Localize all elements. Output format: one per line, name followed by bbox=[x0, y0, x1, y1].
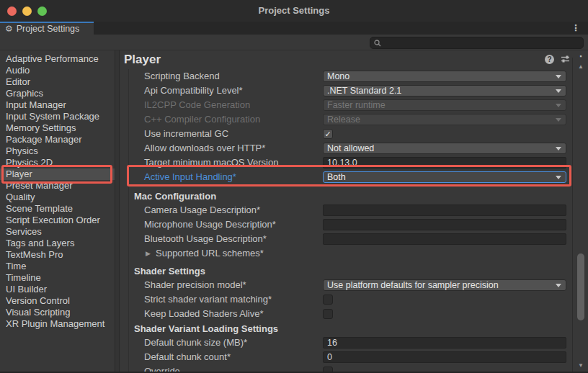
setting-label: Api Compatibility Level* bbox=[144, 84, 243, 98]
setting-row-min-macos-version: Target minimum macOS Version 10.13.0 bbox=[120, 156, 572, 170]
setting-label: Shader precision model* bbox=[144, 278, 246, 292]
chevron-down-icon bbox=[556, 89, 561, 93]
sidebar-item-services[interactable]: Services bbox=[0, 226, 115, 238]
setting-label: C++ Compiler Configuration bbox=[144, 112, 260, 127]
sidebar: Adaptive Performance Audio Editor Graphi… bbox=[0, 50, 115, 373]
setting-label: Default chunk size (MB)* bbox=[144, 336, 247, 350]
setting-row-active-input-handling: Active Input Handling* Both bbox=[120, 170, 572, 184]
dropdown-value: Both bbox=[327, 172, 346, 182]
sidebar-item-input-system-package[interactable]: Input System Package bbox=[0, 111, 115, 122]
setting-label: Bluetooth Usage Description* bbox=[144, 232, 267, 246]
setting-row-default-chunk-size: Default chunk size (MB)* 16 bbox=[120, 336, 572, 350]
section-header-shader-settings: Shader Settings bbox=[120, 265, 572, 278]
tab-kebab-menu-icon[interactable]: ⋮ bbox=[571, 23, 580, 33]
default-chunk-count-field[interactable]: 0 bbox=[323, 351, 566, 363]
tab-project-settings[interactable]: ⚙ Project Settings bbox=[0, 22, 94, 35]
sidebar-item-graphics[interactable]: Graphics bbox=[0, 88, 115, 99]
bluetooth-usage-field[interactable] bbox=[323, 233, 566, 245]
sidebar-item-audio[interactable]: Audio bbox=[0, 65, 115, 76]
vertical-scrollbar[interactable]: ▲ ▼ bbox=[572, 58, 588, 373]
min-macos-version-field[interactable]: 10.13.0 bbox=[323, 157, 566, 168]
cpp-compiler-config-dropdown: Release bbox=[323, 114, 566, 125]
dropdown-value: Mono bbox=[327, 71, 349, 81]
toolbar bbox=[0, 35, 588, 50]
default-chunk-size-field[interactable]: 16 bbox=[323, 337, 566, 349]
page-title: Player bbox=[124, 53, 161, 67]
setting-row-scripting-backend: Scripting Backend Mono bbox=[120, 69, 572, 84]
sidebar-item-timeline[interactable]: Timeline bbox=[0, 272, 115, 284]
sidebar-item-textmesh-pro[interactable]: TextMesh Pro bbox=[0, 249, 115, 261]
scrollbar-thumb[interactable] bbox=[577, 253, 584, 320]
search-input[interactable] bbox=[370, 37, 584, 49]
il2cpp-codegen-dropdown: Faster runtime bbox=[323, 99, 566, 111]
tab-label: Project Settings bbox=[17, 24, 80, 34]
dropdown-value: .NET Standard 2.1 bbox=[327, 86, 401, 96]
sidebar-item-package-manager[interactable]: Package Manager bbox=[0, 134, 115, 145]
incremental-gc-checkbox[interactable]: ✓ bbox=[323, 129, 333, 139]
api-compatibility-dropdown[interactable]: .NET Standard 2.1 bbox=[323, 85, 566, 96]
strict-variant-matching-checkbox[interactable] bbox=[323, 295, 333, 305]
sidebar-item-physics[interactable]: Physics bbox=[0, 145, 115, 157]
setting-row-shader-precision: Shader precision model* Use platform def… bbox=[120, 278, 572, 292]
sidebar-item-ui-builder[interactable]: UI Builder bbox=[0, 284, 115, 295]
project-settings-window: Project Settings ⚙ Project Settings ⋮ Ad… bbox=[0, 0, 588, 373]
sidebar-item-input-manager[interactable]: Input Manager bbox=[0, 99, 115, 111]
setting-label: IL2CPP Code Generation bbox=[144, 98, 250, 112]
setting-label: Target minimum macOS Version bbox=[144, 156, 278, 170]
gear-icon: ⚙ bbox=[5, 24, 13, 33]
foldout-arrow-icon[interactable]: ▶ bbox=[146, 246, 151, 261]
setting-row-microphone-usage: Microphone Usage Description* bbox=[120, 217, 572, 232]
sidebar-item-xr-plugin-management[interactable]: XR Plugin Management bbox=[0, 318, 115, 330]
http-downloads-dropdown[interactable]: Not allowed bbox=[323, 143, 566, 154]
shader-precision-dropdown[interactable]: Use platform defaults for sampler precis… bbox=[323, 279, 566, 291]
sidebar-item-memory-settings[interactable]: Memory Settings bbox=[0, 122, 115, 134]
dropdown-value: Faster runtime bbox=[327, 100, 386, 110]
settings-rows: Scripting Backend Mono Api Compatibility… bbox=[120, 69, 572, 373]
setting-label: Keep Loaded Shaders Alive* bbox=[144, 307, 264, 321]
sidebar-item-script-execution-order[interactable]: Script Execution Order bbox=[0, 215, 115, 226]
setting-label: Microphone Usage Description* bbox=[144, 217, 276, 232]
dropdown-value: Use platform defaults for sampler precis… bbox=[327, 280, 499, 290]
setting-row-supported-url-schemes[interactable]: ▶ Supported URL schemes* bbox=[120, 246, 572, 261]
chevron-down-icon bbox=[556, 104, 561, 107]
sidebar-item-physics-2d[interactable]: Physics 2D bbox=[0, 157, 115, 168]
camera-usage-field[interactable] bbox=[323, 205, 566, 216]
chevron-down-icon bbox=[556, 284, 561, 287]
window-title: Project Settings bbox=[0, 5, 588, 16]
setting-row-camera-usage: Camera Usage Description* bbox=[120, 203, 572, 217]
chevron-down-icon bbox=[556, 75, 561, 78]
setting-row-bluetooth-usage: Bluetooth Usage Description* bbox=[120, 232, 572, 246]
titlebar: Project Settings bbox=[0, 0, 588, 22]
setting-row-cpp-compiler: C++ Compiler Configuration Release bbox=[120, 112, 572, 127]
sidebar-item-adaptive-performance[interactable]: Adaptive Performance bbox=[0, 53, 115, 65]
sidebar-item-scene-template[interactable]: Scene Template bbox=[0, 203, 115, 215]
setting-label: Use incremental GC bbox=[144, 127, 228, 141]
preset-icon[interactable] bbox=[561, 55, 570, 63]
setting-row-strict-variant-matching: Strict shader variant matching* bbox=[120, 292, 572, 307]
sidebar-item-quality[interactable]: Quality bbox=[0, 192, 115, 203]
search-icon bbox=[374, 40, 381, 47]
setting-label: Scripting Backend bbox=[144, 69, 220, 84]
setting-row-http-downloads: Allow downloads over HTTP* Not allowed bbox=[120, 141, 572, 156]
setting-row-api-compatibility: Api Compatibility Level* .NET Standard 2… bbox=[120, 84, 572, 98]
microphone-usage-field[interactable] bbox=[323, 219, 566, 230]
setting-row-incremental-gc: Use incremental GC ✓ bbox=[120, 127, 572, 141]
setting-label: Strict shader variant matching* bbox=[144, 292, 272, 307]
sidebar-item-preset-manager[interactable]: Preset Manager bbox=[0, 180, 115, 192]
chevron-down-icon bbox=[556, 176, 561, 179]
sidebar-item-time[interactable]: Time bbox=[0, 261, 115, 272]
keep-shaders-alive-checkbox[interactable] bbox=[323, 309, 333, 319]
active-input-handling-dropdown[interactable]: Both bbox=[323, 171, 566, 183]
sidebar-item-editor[interactable]: Editor bbox=[0, 76, 115, 88]
setting-row-keep-shaders-alive: Keep Loaded Shaders Alive* bbox=[120, 307, 572, 321]
scripting-backend-dropdown[interactable]: Mono bbox=[323, 71, 566, 82]
sidebar-item-version-control[interactable]: Version Control bbox=[0, 295, 115, 307]
scroll-down-icon[interactable]: ▼ bbox=[573, 362, 588, 369]
sidebar-item-player[interactable]: Player bbox=[0, 168, 115, 180]
help-icon[interactable]: ? bbox=[545, 55, 554, 64]
sidebar-item-tags-and-layers[interactable]: Tags and Layers bbox=[0, 238, 115, 249]
tab-bar: ⚙ Project Settings ⋮ bbox=[0, 22, 588, 35]
sidebar-item-visual-scripting[interactable]: Visual Scripting bbox=[0, 307, 115, 318]
settings-panel: Player ? ⋮ Scripting Backend Mono Api C bbox=[120, 50, 572, 373]
scroll-up-icon[interactable]: ▲ bbox=[573, 63, 588, 70]
